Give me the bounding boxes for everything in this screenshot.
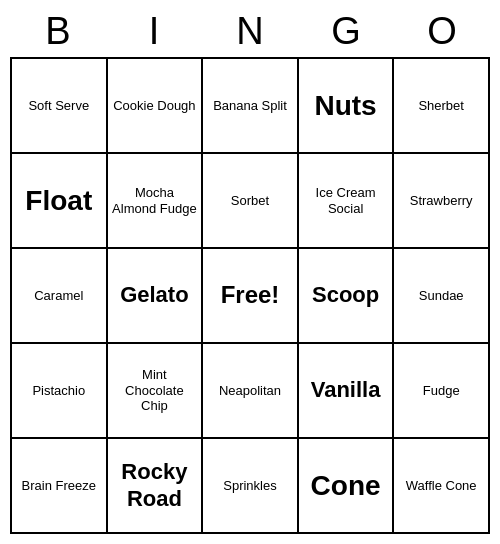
grid-cell-21: Rocky Road xyxy=(108,439,204,534)
grid-cell-7: Sorbet xyxy=(203,154,299,249)
grid-cell-8: Ice Cream Social xyxy=(299,154,395,249)
grid-cell-5: Float xyxy=(12,154,108,249)
grid-cell-13: Scoop xyxy=(299,249,395,344)
header-letter-o: O xyxy=(402,10,482,53)
grid-cell-3: Nuts xyxy=(299,59,395,154)
grid-cell-24: Waffle Cone xyxy=(394,439,490,534)
grid-cell-10: Caramel xyxy=(12,249,108,344)
grid-cell-22: Sprinkles xyxy=(203,439,299,534)
header-letter-g: G xyxy=(306,10,386,53)
header-letter-b: B xyxy=(18,10,98,53)
grid-cell-17: Neapolitan xyxy=(203,344,299,439)
grid-cell-0: Soft Serve xyxy=(12,59,108,154)
grid-cell-4: Sherbet xyxy=(394,59,490,154)
header-letter-i: I xyxy=(114,10,194,53)
grid-cell-18: Vanilla xyxy=(299,344,395,439)
grid-cell-11: Gelato xyxy=(108,249,204,344)
grid-cell-1: Cookie Dough xyxy=(108,59,204,154)
grid-cell-6: Mocha Almond Fudge xyxy=(108,154,204,249)
bingo-header: B I N G O xyxy=(10,10,490,53)
grid-cell-12: Free! xyxy=(203,249,299,344)
grid-cell-9: Strawberry xyxy=(394,154,490,249)
bingo-grid: Soft ServeCookie DoughBanana SplitNutsSh… xyxy=(10,57,490,534)
grid-cell-15: Pistachio xyxy=(12,344,108,439)
grid-cell-23: Cone xyxy=(299,439,395,534)
grid-cell-2: Banana Split xyxy=(203,59,299,154)
grid-cell-14: Sundae xyxy=(394,249,490,344)
grid-cell-20: Brain Freeze xyxy=(12,439,108,534)
grid-cell-19: Fudge xyxy=(394,344,490,439)
grid-cell-16: Mint Chocolate Chip xyxy=(108,344,204,439)
header-letter-n: N xyxy=(210,10,290,53)
